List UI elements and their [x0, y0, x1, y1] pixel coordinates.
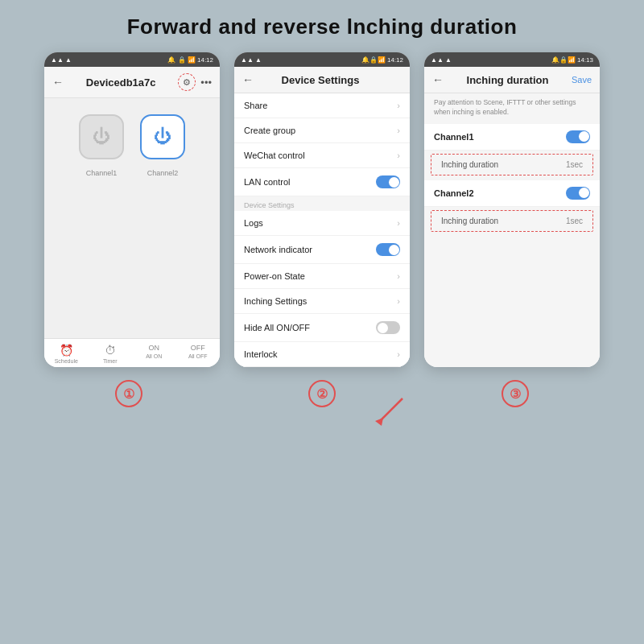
phone1-bottom-nav: ⏰ Schedule ⏱ Timer ON All ON OFF All OFF [44, 338, 220, 367]
phone1-gear-icon[interactable]: ⚙ [178, 73, 196, 91]
channel2-button[interactable]: ⏻ [140, 114, 185, 159]
phone1-status-right: 🔔 🔒 📶 14:12 [167, 56, 213, 64]
phone3-header: ← Inching duration Save [424, 67, 600, 93]
inching-duration1-row[interactable]: Inching duration 1sec [431, 154, 593, 175]
phone3-header-title: Inching duration [467, 74, 549, 86]
phone2-settings-list: Share › Create group › WeChat control › … [234, 93, 410, 367]
phone1-signal: ▲▲ ▲ [51, 56, 72, 64]
channel1-label: Channel1 [79, 169, 124, 177]
settings-interlock[interactable]: Interlock › [234, 342, 410, 367]
phone1-back-button[interactable]: ← [52, 76, 64, 89]
settings-network-label: Network indicator [244, 245, 312, 254]
step-circles-container: ① ② ③ [0, 367, 644, 415]
inching-chevron-icon: › [397, 296, 400, 306]
phone1-header: ← Devicedb1a7c ⚙ ••• [44, 67, 220, 98]
settings-inching-label: Inching Settings [244, 296, 307, 306]
phone-1: ▲▲ ▲ 🔔 🔒 📶 14:12 ← Devicedb1a7c ⚙ ••• ⏻ … [44, 52, 220, 367]
phone2-status-bar: ▲▲ ▲ 🔔🔒📶 14:12 [234, 52, 410, 67]
nav-all-on-label: All ON [146, 353, 162, 359]
inching-channel2-row: Channel2 [424, 180, 600, 207]
nav-schedule[interactable]: ⏰ Schedule [44, 344, 89, 364]
phone3-status-left: ▲▲ ▲ [431, 56, 452, 64]
settings-wechat-label: WeChat control [244, 151, 305, 160]
nav-all-on[interactable]: ON All ON [132, 344, 176, 364]
settings-inching[interactable]: Inching Settings › [234, 289, 410, 314]
hide-all-toggle[interactable] [376, 321, 400, 334]
channel1-button[interactable]: ⏻ [79, 114, 124, 159]
phone1-header-title: Devicedb1a7c [86, 76, 156, 89]
settings-hide-all[interactable]: Hide All ON/OFF [234, 314, 410, 342]
phone1-status-bar: ▲▲ ▲ 🔔 🔒 📶 14:12 [44, 52, 220, 67]
phone2-signal: ▲▲ ▲ [241, 56, 262, 64]
settings-share-label: Share [244, 101, 267, 110]
phone1-content: ⏻ ⏻ Channel1 Channel2 [44, 98, 220, 338]
settings-network-indicator[interactable]: Network indicator [234, 236, 410, 264]
nav-all-off-label: All OFF [188, 353, 208, 359]
inching-duration2-value: 1sec [566, 217, 583, 225]
channel-buttons: ⏻ ⏻ [79, 114, 185, 159]
phone1-header-icons: ⚙ ••• [178, 73, 212, 91]
inching-channel1-name: Channel1 [434, 132, 474, 142]
page-title: Forward and reverse lnching duration [0, 0, 644, 52]
inching-note: Pay attention to Scene, IFTTT or other s… [424, 93, 600, 124]
step-circle-2: ② [308, 380, 336, 407]
phone2-back-button[interactable]: ← [242, 73, 254, 86]
create-group-chevron-icon: › [397, 126, 400, 135]
inching-channel2-name: Channel2 [434, 188, 474, 198]
all-on-icon: ON [149, 344, 160, 352]
settings-create-group-label: Create group [244, 126, 295, 135]
settings-logs-label: Logs [244, 218, 263, 228]
inching-channel1-row: Channel1 [424, 124, 600, 151]
phone3-back-button[interactable]: ← [432, 73, 444, 86]
phone2-status-right: 🔔🔒📶 14:12 [361, 56, 403, 64]
wechat-chevron-icon: › [397, 151, 400, 160]
inching-duration2-label: Inching duration [441, 217, 498, 225]
phone3-signal: ▲▲ ▲ [431, 56, 452, 64]
inching-channel2-toggle[interactable] [566, 187, 590, 200]
settings-power-on[interactable]: Power-on State › [234, 264, 410, 289]
phone3-inching-content: Pay attention to Scene, IFTTT or other s… [424, 93, 600, 367]
inching-duration2-row[interactable]: Inching duration 1sec [431, 210, 593, 232]
phone3-status-bar: ▲▲ ▲ 🔔🔒📶 14:13 [424, 52, 600, 67]
all-off-icon: OFF [191, 344, 205, 352]
settings-interlock-label: Interlock [244, 349, 278, 359]
logs-chevron-icon: › [397, 218, 400, 228]
settings-logs[interactable]: Logs › [234, 211, 410, 236]
phone2-header: ← Device Settings [234, 67, 410, 93]
nav-all-off[interactable]: OFF All OFF [176, 344, 221, 364]
phone-3: ▲▲ ▲ 🔔🔒📶 14:13 ← Inching duration Save P… [424, 52, 600, 367]
nav-schedule-label: Schedule [55, 358, 78, 364]
timer-icon: ⏱ [105, 344, 116, 357]
network-toggle[interactable] [376, 243, 400, 256]
settings-power-on-label: Power-on State [244, 271, 305, 281]
phone2-header-title: Device Settings [282, 74, 360, 86]
phone1-more-icon[interactable]: ••• [200, 76, 212, 89]
phone1-time: 🔔 🔒 📶 14:12 [167, 56, 213, 64]
nav-timer-label: Timer [103, 358, 118, 364]
settings-create-group[interactable]: Create group › [234, 118, 410, 143]
phone3-save-button[interactable]: Save [572, 75, 592, 85]
svg-marker-1 [375, 418, 383, 426]
inching-channel1-block: Channel1 [424, 124, 600, 151]
phone3-time: 🔔🔒📶 14:13 [551, 56, 593, 64]
step-circle-3: ③ [502, 380, 529, 407]
phone2-time: 🔔🔒📶 14:12 [361, 56, 403, 64]
inching-channel1-toggle[interactable] [566, 130, 590, 143]
channel-labels: Channel1 Channel2 [79, 169, 185, 177]
phone-2: ▲▲ ▲ 🔔🔒📶 14:12 ← Device Settings Share ›… [234, 52, 410, 367]
inching-channel2-block: Channel2 [424, 180, 600, 207]
channel2-label: Channel2 [140, 169, 185, 177]
settings-hide-all-label: Hide All ON/OFF [244, 323, 310, 332]
power-on-chevron-icon: › [397, 271, 400, 281]
settings-share[interactable]: Share › [234, 93, 410, 118]
nav-timer[interactable]: ⏱ Timer [89, 344, 133, 364]
phone1-status-left: ▲▲ ▲ [51, 56, 72, 64]
schedule-icon: ⏰ [60, 344, 73, 357]
lan-toggle[interactable] [376, 175, 400, 188]
settings-lan[interactable]: LAN control [234, 168, 410, 196]
settings-lan-label: LAN control [244, 177, 290, 187]
settings-wechat[interactable]: WeChat control › [234, 143, 410, 168]
share-chevron-icon: › [397, 101, 400, 110]
interlock-chevron-icon: › [397, 349, 400, 359]
phones-container: ▲▲ ▲ 🔔 🔒 📶 14:12 ← Devicedb1a7c ⚙ ••• ⏻ … [0, 52, 644, 367]
